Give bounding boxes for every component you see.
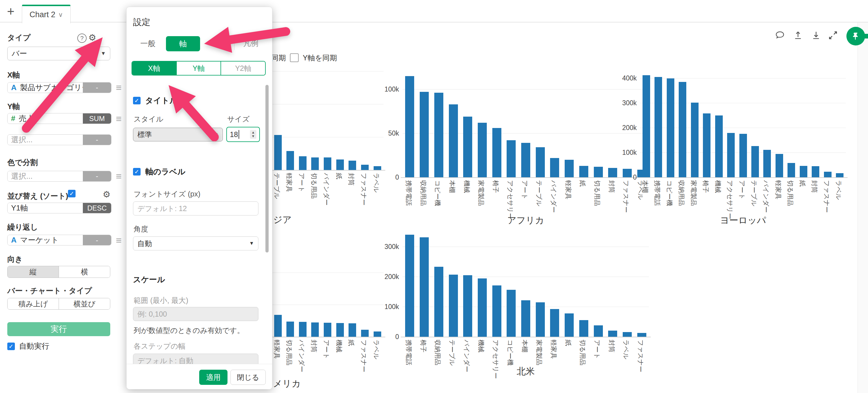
bar[interactable] xyxy=(550,158,559,177)
auto-run-checkbox[interactable]: ✓ xyxy=(7,342,15,350)
sort-field[interactable]: Y1軸 DESC xyxy=(7,203,112,214)
apply-button[interactable]: 適用 xyxy=(199,370,227,385)
color-split-field[interactable]: 選択... - xyxy=(7,171,112,182)
bar[interactable] xyxy=(836,173,843,177)
color-split-agg-button[interactable]: - xyxy=(83,171,111,181)
bar[interactable] xyxy=(751,146,759,177)
bar[interactable] xyxy=(550,309,559,337)
font-size-input[interactable] xyxy=(133,201,258,216)
y-axis-2-agg-button[interactable]: - xyxy=(83,135,111,145)
bar[interactable] xyxy=(565,314,574,337)
bar[interactable] xyxy=(594,167,603,177)
dialog-tab-axis[interactable]: 軸 xyxy=(166,36,200,51)
bar[interactable] xyxy=(654,77,662,177)
hamburger-menu-icon[interactable]: ≡ xyxy=(116,171,122,181)
bar[interactable] xyxy=(286,322,294,337)
expand-icon[interactable] xyxy=(828,30,838,40)
bar[interactable] xyxy=(715,116,723,177)
bar[interactable] xyxy=(361,165,369,170)
close-button[interactable]: 閉じる xyxy=(230,370,266,385)
bar[interactable] xyxy=(565,160,574,177)
bar[interactable] xyxy=(449,104,458,177)
bar[interactable] xyxy=(667,78,674,177)
bar[interactable] xyxy=(579,166,588,177)
bar[interactable] xyxy=(299,322,307,337)
bar[interactable] xyxy=(608,331,617,337)
bar[interactable] xyxy=(274,315,282,337)
bar[interactable] xyxy=(703,113,711,177)
bar[interactable] xyxy=(274,135,282,170)
orientation-vertical-button[interactable]: 縦 xyxy=(8,266,59,277)
bar[interactable] xyxy=(336,160,344,170)
sort-settings-gear-icon[interactable]: ⚙ xyxy=(103,189,111,199)
bar[interactable] xyxy=(449,275,458,337)
bar[interactable] xyxy=(434,93,443,177)
bar[interactable] xyxy=(420,237,429,337)
bar[interactable] xyxy=(536,302,545,337)
hamburger-menu-icon[interactable]: ≡ xyxy=(116,235,122,245)
bar[interactable] xyxy=(521,143,530,177)
tab-chart-2[interactable]: Chart 2 ∨ xyxy=(22,5,70,23)
bar[interactable] xyxy=(434,267,443,337)
add-chart-button[interactable]: + xyxy=(7,4,14,19)
bar[interactable] xyxy=(405,235,414,337)
hamburger-menu-icon[interactable]: ≡ xyxy=(116,83,122,92)
bar[interactable] xyxy=(492,286,501,337)
y-sync-checkbox[interactable] xyxy=(290,53,299,62)
bar[interactable] xyxy=(691,103,699,177)
axis-tab-x[interactable]: X軸 xyxy=(132,62,176,75)
chart-type-select[interactable]: バー▼ xyxy=(7,47,110,60)
bar-type-stacked-button[interactable]: 積み上げ xyxy=(8,298,59,309)
bar[interactable] xyxy=(324,323,331,337)
axis-tab-y2[interactable]: Y2軸 xyxy=(220,62,265,75)
bar-type-side-button[interactable]: 横並び xyxy=(59,298,110,309)
pin-button[interactable] xyxy=(846,27,865,45)
size-input[interactable]: 18 ▲▼ xyxy=(226,127,260,142)
bar[interactable] xyxy=(521,300,530,337)
bar[interactable] xyxy=(727,133,735,177)
bar[interactable] xyxy=(361,330,369,337)
title-checkbox[interactable]: ✓ xyxy=(133,97,141,104)
bar[interactable] xyxy=(608,168,617,177)
bar[interactable] xyxy=(507,290,516,337)
bar[interactable] xyxy=(787,163,795,177)
orientation-horizontal-button[interactable]: 横 xyxy=(59,266,110,277)
y-axis-2-field[interactable]: 選択... - xyxy=(7,134,112,145)
bar[interactable] xyxy=(492,128,501,177)
bar[interactable] xyxy=(478,279,487,337)
bar[interactable] xyxy=(478,123,487,177)
bar[interactable] xyxy=(623,332,632,337)
bar[interactable] xyxy=(348,161,356,170)
download-icon[interactable] xyxy=(811,30,822,40)
bar[interactable] xyxy=(800,166,807,177)
sort-checkbox[interactable]: ✓ xyxy=(68,190,75,197)
help-icon[interactable]: ? xyxy=(77,34,87,43)
axis-tab-y[interactable]: Y軸 xyxy=(176,62,221,75)
sort-order-button[interactable]: DESC xyxy=(83,203,111,213)
bar[interactable] xyxy=(643,75,650,177)
dialog-scrollbar[interactable] xyxy=(266,85,269,253)
bar[interactable] xyxy=(374,166,381,170)
bar[interactable] xyxy=(637,333,646,337)
bar[interactable] xyxy=(405,76,414,177)
angle-select[interactable]: 自動▼ xyxy=(133,236,258,251)
bar[interactable] xyxy=(579,320,588,337)
style-select[interactable]: 標準▼ xyxy=(133,128,223,141)
hamburger-menu-icon[interactable]: ≡ xyxy=(116,114,122,124)
bar[interactable] xyxy=(299,156,307,170)
bar[interactable] xyxy=(336,323,344,337)
bar[interactable] xyxy=(311,322,319,337)
y-axis-field[interactable]: # 売上 SUM xyxy=(7,113,112,124)
x-axis-agg-button[interactable]: - xyxy=(83,83,111,93)
bar[interactable] xyxy=(286,151,294,170)
bar[interactable] xyxy=(311,157,319,170)
run-button[interactable]: 実行 xyxy=(7,322,110,336)
bar[interactable] xyxy=(812,166,819,177)
bar[interactable] xyxy=(507,140,516,177)
bar[interactable] xyxy=(824,172,832,177)
bar[interactable] xyxy=(420,92,429,177)
x-axis-field[interactable]: A 製品サブカテゴリー - xyxy=(7,82,112,93)
bar[interactable] xyxy=(374,331,381,337)
bar[interactable] xyxy=(348,323,356,337)
bar[interactable] xyxy=(324,157,331,170)
